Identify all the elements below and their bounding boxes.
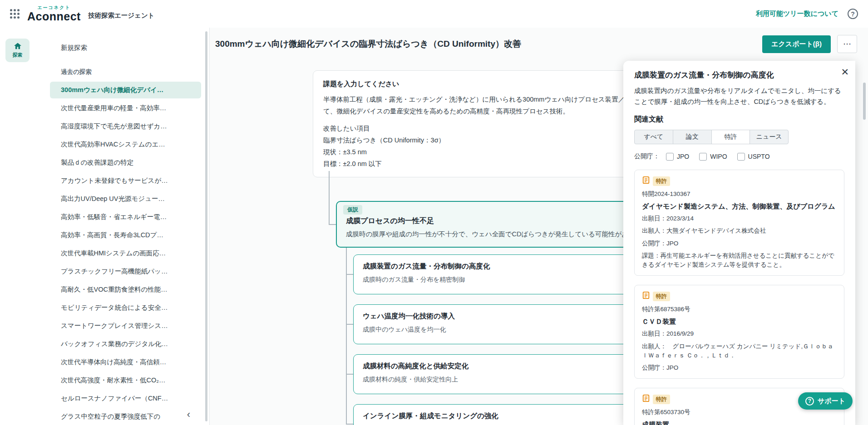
patent-office: 公開庁：JPO — [642, 363, 837, 372]
office-filter-label: 公開庁： — [634, 152, 660, 161]
sidebar-item[interactable]: 高効率・高画質・長寿命3LCDプ… — [50, 227, 201, 244]
sidebar-item[interactable]: 次世代量産乗用車の軽量・高効率… — [50, 100, 201, 117]
office-option-uspto[interactable]: USPTO — [737, 153, 770, 161]
patent-badge-row: 特許 — [642, 291, 837, 301]
app-root: エーコネクト Aconnect 技術探索エージェント 利用可能ツリー数について … — [0, 0, 868, 425]
patent-applicant: 出願人：大熊ダイヤモンドデバイス株式会社 — [642, 226, 837, 235]
office-option-label: USPTO — [748, 153, 770, 160]
brand-logo: エーコネクト Aconnect — [27, 5, 81, 22]
detail-panel-title: 成膜装置のガス流量・分布制御の高度化 — [634, 70, 834, 81]
patent-problem: 課題：再生可能エネルギーを有効活用させることに貢献することができるダイヤモンド製… — [642, 251, 837, 270]
top-bar: エーコネクト Aconnect 技術探索エージェント 利用可能ツリー数について … — [0, 0, 868, 28]
patent-card[interactable]: 特許 特許第6875386号 ＣＶＤ装置 出願日：2016/9/29 出願人： … — [634, 285, 844, 379]
detail-panel-description: 成膜装置内のガス流量や分布をリアルタイムでモニタし、均一にすることで膜厚・組成の… — [634, 85, 844, 107]
main-header: 300mmウェハ向け微細化デバイスの臨界寸法ばらつき（CD Uniformity… — [210, 28, 868, 60]
brand-name: Aconnect — [27, 11, 81, 22]
past-searches-list: 300mmウェハ向け微細化デバイ… 次世代量産乗用車の軽量・高効率… 高湿度環境… — [50, 82, 201, 425]
patent-title: ＣＶＤ装置 — [642, 317, 837, 326]
patent-filing-date: 出願日：2016/9/29 — [642, 329, 837, 338]
patent-type-badge: 特許 — [653, 176, 670, 186]
app-grid-icon[interactable] — [10, 9, 20, 19]
sidebar-item[interactable]: 高湿度環境下で毛先が意図せずカ… — [50, 118, 201, 135]
app-subtitle: 技術探索エージェント — [88, 11, 155, 20]
patent-type-badge: 特許 — [653, 292, 670, 301]
checkbox-jpo[interactable] — [666, 153, 674, 161]
patent-badge-row: 特許 — [642, 176, 837, 186]
sidebar-item[interactable]: 次世代車載HMIシステムの画面応… — [50, 245, 201, 262]
sidebar-scrollbar[interactable] — [205, 31, 207, 421]
checkbox-uspto[interactable] — [737, 153, 745, 161]
support-label: サポート — [818, 397, 845, 405]
detail-panel: ✕ 成膜装置のガス流量・分布制御の高度化 成膜装置内のガス流量や分布をリアルタイ… — [623, 61, 855, 425]
sidebar-item[interactable]: 次世代半導体向け高純度・高信頼… — [50, 354, 201, 371]
sidebar-collapse-icon[interactable]: ‹ — [187, 410, 190, 420]
new-search-button[interactable]: 新規探索 — [50, 39, 201, 56]
sidebar-item[interactable]: 高出力UV/Deep UV光源モジュー… — [50, 191, 201, 207]
home-icon — [14, 42, 22, 50]
tab-news[interactable]: ニュース — [750, 130, 788, 144]
support-button[interactable]: ? サポート — [798, 392, 853, 410]
office-option-jpo[interactable]: JPO — [666, 153, 689, 161]
connector-line — [346, 324, 353, 325]
sidebar-item[interactable]: バックオフィス業務のデジタル化… — [50, 336, 201, 352]
patent-filing-date: 出願日：2023/3/14 — [642, 214, 837, 223]
patent-title: 成膜装置 — [642, 420, 837, 425]
office-option-label: WIPO — [710, 153, 727, 160]
help-icon[interactable]: ? — [848, 9, 858, 19]
connector-line — [346, 374, 353, 375]
available-trees-link[interactable]: 利用可能ツリー数について — [756, 10, 838, 18]
export-button[interactable]: エクスポート(β) — [762, 35, 831, 53]
nav-rail: 探索 — [0, 28, 36, 425]
main-actions: エクスポート(β) ⋯ — [762, 35, 857, 53]
patent-type-badge: 特許 — [653, 395, 670, 404]
office-option-wipo[interactable]: WIPO — [699, 153, 727, 161]
sidebar-item[interactable]: プラスチックフリー高機能紙パッ… — [50, 263, 201, 280]
patent-number: 特許第6875386号 — [642, 305, 837, 313]
nav-rail-explore-button[interactable]: 探索 — [5, 39, 30, 62]
patent-applicant: 出願人： グローバルウェーハズ カンパニー リミテッド,ＧｌｏｂａｌＷａｆｅｒｓ… — [642, 342, 837, 361]
patent-title: ダイヤモンド製造システム、方法、制御装置、及びプログラム — [642, 201, 837, 211]
patent-document-icon — [642, 291, 650, 301]
close-icon[interactable]: ✕ — [841, 67, 849, 77]
sidebar-item[interactable]: 高耐久・低VOC重防食塗料の性能… — [50, 281, 201, 298]
sidebar-item[interactable]: スマートワークプレイス管理シス… — [50, 318, 201, 334]
topbar-right: 利用可能ツリー数について ? — [756, 9, 858, 19]
connector-line — [346, 424, 353, 425]
past-searches-heading: 過去の探索 — [61, 68, 190, 76]
patent-number: 特許第6503730号 — [642, 408, 837, 416]
document-type-tabs: すべて 論文 特許 ニュース — [634, 130, 789, 144]
sidebar-item[interactable]: 製品ｄの改善課題の特定 — [50, 154, 201, 171]
tab-patents[interactable]: 特許 — [711, 130, 750, 144]
hypothesis-tag: 仮説 — [343, 205, 362, 215]
patent-office: 公開庁：JPO — [642, 239, 837, 248]
page-title: 300mmウェハ向け微細化デバイスの臨界寸法ばらつき（CD Uniformity… — [215, 38, 521, 50]
sidebar: 新規探索 過去の探索 300mmウェハ向け微細化デバイ… 次世代量産乗用車の軽量… — [36, 28, 209, 425]
sidebar-item[interactable]: セルロースナノファイバー（CNF… — [50, 390, 201, 407]
sidebar-item[interactable]: アカウント未登録でもサービスが… — [50, 172, 201, 189]
related-documents-heading: 関連文献 — [634, 115, 844, 124]
brand-katakana: エーコネクト — [37, 5, 70, 10]
panel-scrollbar[interactable] — [863, 83, 866, 120]
patent-card[interactable]: 特許 特開2024-130367 ダイヤモンド製造システム、方法、制御装置、及び… — [634, 170, 844, 276]
sidebar-item[interactable]: 高効率・低騒音・省エネルギー電… — [50, 209, 201, 225]
patent-document-icon — [642, 394, 650, 404]
more-options-button[interactable]: ⋯ — [837, 35, 857, 53]
tab-all[interactable]: すべて — [635, 130, 673, 144]
sidebar-item[interactable]: 次世代高効率HVACシステムのエ… — [50, 136, 201, 153]
connector-line — [329, 224, 336, 225]
checkbox-wipo[interactable] — [699, 153, 707, 161]
patent-number: 特開2024-130367 — [642, 190, 837, 198]
sidebar-item[interactable]: 300mmウェハ向け微細化デバイ… — [50, 82, 201, 98]
nav-rail-explore-label: 探索 — [13, 52, 23, 59]
sidebar-item[interactable]: 次世代高強度・耐水素性・低CO₂… — [50, 372, 201, 389]
sidebar-item[interactable]: グラス中空粒子の夏季強度低下の — [50, 408, 201, 425]
connector-line — [329, 171, 330, 224]
publication-office-filter: 公開庁： JPO WIPO USPTO — [634, 152, 844, 161]
question-icon: ? — [805, 397, 814, 405]
sidebar-item[interactable]: モビリティデータ統合による安全… — [50, 299, 201, 316]
office-option-label: JPO — [677, 153, 689, 160]
tab-papers[interactable]: 論文 — [673, 130, 711, 144]
patent-document-icon — [642, 176, 650, 186]
connector-line — [346, 274, 353, 275]
